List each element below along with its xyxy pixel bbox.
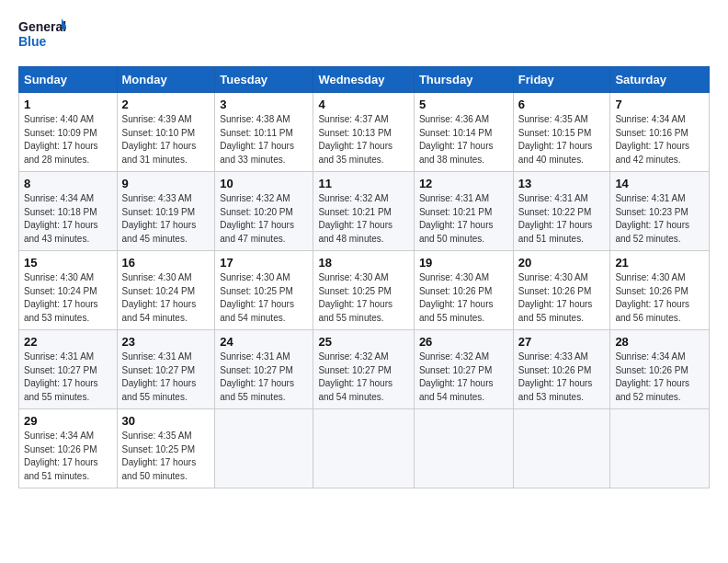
day-info: Sunrise: 4:31 AMSunset: 10:22 PMDaylight… [518,193,593,244]
day-number: 3 [220,98,308,111]
day-number: 15 [24,256,112,270]
calendar-cell: 12 Sunrise: 4:31 AMSunset: 10:21 PMDayli… [414,172,513,251]
day-info: Sunrise: 4:31 AMSunset: 10:21 PMDaylight… [419,193,494,244]
day-number: 24 [220,335,308,349]
calendar-cell [513,409,610,488]
calendar-cell [414,409,513,488]
day-number: 2 [122,98,210,111]
day-info: Sunrise: 4:40 AMSunset: 10:09 PMDaylight… [24,114,98,165]
calendar-week-row: 1 Sunrise: 4:40 AMSunset: 10:09 PMDaylig… [19,93,710,172]
day-number: 9 [122,177,210,190]
calendar-cell: 11 Sunrise: 4:32 AMSunset: 10:21 PMDayli… [313,172,414,251]
dow-header: Saturday [610,67,710,93]
calendar-cell: 24 Sunrise: 4:31 AMSunset: 10:27 PMDayli… [215,330,313,409]
dow-header: Friday [513,67,610,93]
calendar-cell: 4 Sunrise: 4:37 AMSunset: 10:13 PMDaylig… [313,93,414,172]
day-info: Sunrise: 4:30 AMSunset: 10:24 PMDaylight… [24,272,98,323]
day-info: Sunrise: 4:32 AMSunset: 10:20 PMDaylight… [220,193,294,244]
day-info: Sunrise: 4:36 AMSunset: 10:14 PMDaylight… [419,114,494,165]
calendar-week-row: 8 Sunrise: 4:34 AMSunset: 10:18 PMDaylig… [19,172,710,251]
calendar-cell [215,409,313,488]
day-info: Sunrise: 4:30 AMSunset: 10:26 PMDaylight… [615,272,689,323]
calendar-cell: 26 Sunrise: 4:32 AMSunset: 10:27 PMDayli… [414,330,513,409]
calendar-cell: 19 Sunrise: 4:30 AMSunset: 10:26 PMDayli… [414,251,513,330]
calendar-cell: 6 Sunrise: 4:35 AMSunset: 10:15 PMDaylig… [513,93,610,172]
svg-text:Blue: Blue [18,34,47,49]
calendar-table: SundayMondayTuesdayWednesdayThursdayFrid… [18,66,710,488]
day-number: 28 [615,335,704,349]
day-number: 30 [122,414,210,428]
day-info: Sunrise: 4:33 AMSunset: 10:26 PMDaylight… [518,351,593,402]
day-number: 26 [419,335,508,349]
dow-header: Thursday [414,67,513,93]
day-number: 13 [518,177,606,190]
calendar-cell: 30 Sunrise: 4:35 AMSunset: 10:25 PMDayli… [117,409,215,488]
day-number: 21 [615,256,704,270]
calendar-cell: 25 Sunrise: 4:32 AMSunset: 10:27 PMDayli… [313,330,414,409]
day-number: 19 [419,256,508,270]
day-number: 14 [615,177,704,190]
day-number: 12 [419,177,508,190]
days-of-week-row: SundayMondayTuesdayWednesdayThursdayFrid… [19,67,710,93]
dow-header: Wednesday [313,67,414,93]
svg-text:General: General [18,19,66,34]
calendar-cell [610,409,710,488]
day-info: Sunrise: 4:37 AMSunset: 10:13 PMDaylight… [318,114,392,165]
calendar-cell: 28 Sunrise: 4:34 AMSunset: 10:26 PMDayli… [610,330,710,409]
calendar-week-row: 29 Sunrise: 4:34 AMSunset: 10:26 PMDayli… [19,409,710,488]
calendar-cell: 17 Sunrise: 4:30 AMSunset: 10:25 PMDayli… [215,251,313,330]
calendar-cell: 13 Sunrise: 4:31 AMSunset: 10:22 PMDayli… [513,172,610,251]
day-number: 22 [24,335,112,349]
day-number: 16 [122,256,210,270]
day-info: Sunrise: 4:33 AMSunset: 10:19 PMDaylight… [122,193,197,244]
day-info: Sunrise: 4:31 AMSunset: 10:27 PMDaylight… [24,351,98,402]
calendar-cell: 8 Sunrise: 4:34 AMSunset: 10:18 PMDaylig… [19,172,118,251]
day-number: 27 [518,335,606,349]
day-number: 4 [318,98,408,111]
day-info: Sunrise: 4:35 AMSunset: 10:25 PMDaylight… [122,431,197,481]
logo-svg: General Blue [18,17,66,53]
dow-header: Sunday [19,67,118,93]
calendar-cell: 20 Sunrise: 4:30 AMSunset: 10:26 PMDayli… [513,251,610,330]
calendar-cell: 16 Sunrise: 4:30 AMSunset: 10:24 PMDayli… [117,251,215,330]
day-info: Sunrise: 4:31 AMSunset: 10:23 PMDaylight… [615,193,689,244]
calendar-cell: 21 Sunrise: 4:30 AMSunset: 10:26 PMDayli… [610,251,710,330]
day-info: Sunrise: 4:34 AMSunset: 10:26 PMDaylight… [615,351,689,402]
calendar-cell: 5 Sunrise: 4:36 AMSunset: 10:14 PMDaylig… [414,93,513,172]
day-info: Sunrise: 4:34 AMSunset: 10:18 PMDaylight… [24,193,98,244]
calendar-cell: 29 Sunrise: 4:34 AMSunset: 10:26 PMDayli… [19,409,118,488]
dow-header: Monday [117,67,215,93]
dow-header: Tuesday [215,67,313,93]
day-number: 29 [24,414,112,428]
day-number: 10 [220,177,308,190]
day-number: 25 [318,335,408,349]
day-info: Sunrise: 4:30 AMSunset: 10:25 PMDaylight… [318,272,392,323]
calendar-cell: 23 Sunrise: 4:31 AMSunset: 10:27 PMDayli… [117,330,215,409]
calendar-cell: 18 Sunrise: 4:30 AMSunset: 10:25 PMDayli… [313,251,414,330]
day-info: Sunrise: 4:39 AMSunset: 10:10 PMDaylight… [122,114,197,165]
day-number: 6 [518,98,606,111]
calendar-cell: 22 Sunrise: 4:31 AMSunset: 10:27 PMDayli… [19,330,118,409]
page: General Blue SundayMondayTuesdayWednesda… [0,0,728,563]
day-info: Sunrise: 4:31 AMSunset: 10:27 PMDaylight… [220,351,294,402]
day-info: Sunrise: 4:32 AMSunset: 10:27 PMDaylight… [419,351,494,402]
calendar-cell: 1 Sunrise: 4:40 AMSunset: 10:09 PMDaylig… [19,93,118,172]
day-info: Sunrise: 4:30 AMSunset: 10:26 PMDaylight… [419,272,494,323]
logo: General Blue [18,17,66,53]
day-number: 20 [518,256,606,270]
calendar-body: 1 Sunrise: 4:40 AMSunset: 10:09 PMDaylig… [19,93,710,488]
calendar-cell: 27 Sunrise: 4:33 AMSunset: 10:26 PMDayli… [513,330,610,409]
day-number: 7 [615,98,704,111]
day-number: 8 [24,177,112,190]
day-number: 5 [419,98,508,111]
day-info: Sunrise: 4:30 AMSunset: 10:24 PMDaylight… [122,272,197,323]
day-number: 17 [220,256,308,270]
day-number: 1 [24,98,112,111]
calendar-week-row: 15 Sunrise: 4:30 AMSunset: 10:24 PMDayli… [19,251,710,330]
day-info: Sunrise: 4:30 AMSunset: 10:25 PMDaylight… [220,272,294,323]
day-number: 18 [318,256,408,270]
calendar-cell: 14 Sunrise: 4:31 AMSunset: 10:23 PMDayli… [610,172,710,251]
day-info: Sunrise: 4:34 AMSunset: 10:16 PMDaylight… [615,114,689,165]
calendar-cell: 15 Sunrise: 4:30 AMSunset: 10:24 PMDayli… [19,251,118,330]
day-number: 23 [122,335,210,349]
